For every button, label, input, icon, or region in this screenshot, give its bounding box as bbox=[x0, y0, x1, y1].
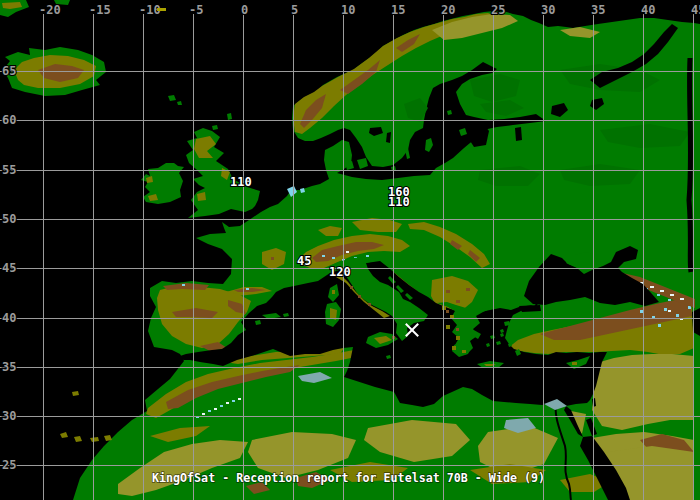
longitude-tick-label: 10 bbox=[341, 3, 355, 17]
longitude-tick-label: -5 bbox=[189, 3, 203, 17]
latitude-tick-label: 35 bbox=[2, 360, 16, 374]
volga-edge bbox=[689, 58, 691, 272]
sea-of-marmara bbox=[519, 305, 541, 312]
longitude-tick-label: 0 bbox=[241, 3, 248, 17]
dash-artifact-marker bbox=[157, 8, 166, 11]
latitude-tick-label: 55 bbox=[2, 163, 16, 177]
longitude-tick-label: 35 bbox=[591, 3, 605, 17]
latitude-tick-label: 30 bbox=[2, 409, 16, 423]
longitude-tick-label: 45 bbox=[691, 3, 700, 17]
longitude-tick-label: 30 bbox=[541, 3, 555, 17]
reception-map: -20-15-10-505101520253035404565605550454… bbox=[0, 0, 700, 500]
latitude-tick-label: 65 bbox=[2, 64, 16, 78]
reception-value-label: 120 bbox=[329, 265, 351, 279]
longitude-tick-label: 40 bbox=[641, 3, 655, 17]
lake-peipus bbox=[515, 127, 522, 141]
latitude-tick-label: 45 bbox=[2, 261, 16, 275]
map-canvas: -20-15-10-505101520253035404565605550454… bbox=[0, 0, 700, 500]
longitude-tick-label: -20 bbox=[39, 3, 61, 17]
latitude-tick-label: 40 bbox=[2, 311, 16, 325]
longitude-tick-label: -15 bbox=[89, 3, 111, 17]
longitude-tick-label: 5 bbox=[291, 3, 298, 17]
latitude-tick-label: 60 bbox=[2, 113, 16, 127]
reception-value-label: 110 bbox=[230, 175, 252, 189]
reception-value-label: 45 bbox=[297, 254, 311, 268]
longitude-tick-label: 20 bbox=[441, 3, 455, 17]
latitude-tick-label: 50 bbox=[2, 212, 16, 226]
longitude-tick-label: 15 bbox=[391, 3, 405, 17]
latitude-tick-label: 25 bbox=[2, 458, 16, 472]
reception-value-label: 110 bbox=[388, 195, 410, 209]
map-title: KingOfSat - Reception report for Eutelsa… bbox=[152, 470, 545, 485]
longitude-tick-label: 25 bbox=[491, 3, 505, 17]
